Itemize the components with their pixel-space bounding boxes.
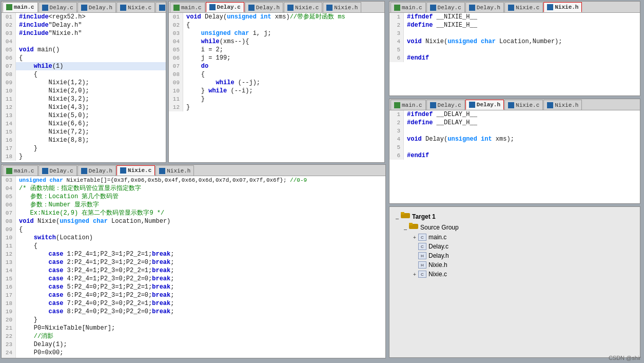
tab-nixie-h-topleft[interactable]: Nixie.h [155,2,166,12]
code-line: 05 i = 2; [169,46,384,54]
source-group-label: Source Group [420,224,459,231]
code-line: 17 case 6:P2_4=0;P2_3=1;P2_2=0;break; [2,291,385,299]
panel-mid-right: main.c Delay.c Delay.h Nixie.c Nixie.h 1… [389,99,640,204]
file-icon [209,4,216,10]
code-line: 06{ [2,54,166,62]
code-line: 07 do [169,62,384,70]
svg-rect-1 [401,212,404,215]
file-icon [81,5,87,11]
target-contents: ⎯ Source Group + C main.c C Delay.c [402,222,636,279]
tab-label: Delay.c [217,4,241,10]
code-line: 09 while (--j); [169,79,384,87]
file-icon [469,5,475,11]
panel-top-right: main.c Delay.c Delay.h Nixie.c Nixie.h 1… [389,1,640,96]
code-line: 08void Nixie(unsigned char Location,Numb… [2,217,385,225]
code-line: 25} [2,357,385,358]
code-line: 20 } [2,316,385,324]
code-line: 16 Nixie(8,8); [2,136,166,144]
file-icon [326,5,333,11]
panel-top-left: main.c Delay.c Delay.h Nixie.c Nixie.h 0… [1,1,166,163]
tab-label: Nixie.h [555,4,578,10]
tab-nixie-h-botleft[interactable]: Nixie.h [155,165,194,176]
file-icon [394,5,400,11]
tab-delay-c-topmid[interactable]: Delay.c [206,2,244,12]
tab-label: Delay.h [477,102,500,108]
tree-file-nixieh[interactable]: H Nixie.h [411,260,636,270]
tab-label: Nixie.c [128,5,151,11]
code-line: 2#define __NIXIE_H__ [389,21,640,29]
tab-delay-h-topmid[interactable]: Delay.h [245,2,283,12]
file-icon [508,102,514,108]
code-line: 15 Nixie(7,2); [2,128,166,136]
code-line: 17 } [2,144,166,152]
tab-label: Delay.c [438,102,461,108]
code-line: 09{ [2,225,385,234]
tab-nixie-h-topright[interactable]: Nixie.h [543,2,582,12]
expand-icon[interactable]: + [411,234,418,241]
code-line: 16 case 5:P2_4=0;P2_3=1;P2_2=1;break; [2,283,385,291]
tab-label: main.c [402,102,422,108]
code-line: 14 Nixie(6,6); [2,120,166,128]
collapse-icon[interactable]: ⎯ [394,213,401,220]
code-line: 07 while(1) [2,62,166,70]
file-label-nixieh: Nixie.h [428,261,447,269]
tree-file-delayc[interactable]: C Delay.c [411,242,636,251]
tab-nixie-h-topmid[interactable]: Nixie.h [323,2,361,12]
tab-delay-c-botleft[interactable]: Delay.c [38,165,77,176]
code-line: 03unsigned char NixieTable[]={0x3f,0x06,… [2,176,385,184]
code-line: 04 [2,37,166,46]
tab-delay-c-topleft[interactable]: Delay.c [38,2,77,12]
tab-main-c-topleft[interactable]: main.c [3,2,38,12]
code-line: 08 { [169,70,384,79]
source-group-icon [409,223,418,232]
tab-label: Delay.h [256,5,280,11]
file-icon [6,4,12,10]
code-line: 06 参数：Number 显示数字 [2,201,385,209]
tree-source-group[interactable]: ⎯ Source Group [402,222,636,233]
file-icon-mainc: C [418,234,426,241]
tab-nixie-c-botleft[interactable]: Nixie.c [116,165,155,176]
tab-main-c-midright[interactable]: main.c [391,100,426,110]
tab-nixie-c-topmid[interactable]: Nixie.c [284,2,322,12]
tab-main-c-botleft[interactable]: main.c [3,165,38,176]
tree-file-mainc[interactable]: + C main.c [411,233,636,242]
watermark: CSDN @shir [609,355,641,361]
tab-label: Delay.c [438,5,461,11]
tab-label: Nixie.c [516,102,539,108]
code-line: 08 { [2,70,166,79]
tree-file-nixiec[interactable]: + C Nixie.c [411,270,636,279]
tab-delay-h-botleft[interactable]: Delay.h [77,165,116,176]
file-icon [394,102,400,108]
tab-delay-h-topright[interactable]: Delay.h [465,2,504,12]
panel-bottom-left: main.c Delay.c Delay.h Nixie.c Nixie.h 0… [1,164,386,358]
code-line: 5 [389,143,640,151]
code-line: 1#ifndef __NIXIE_H__ [389,13,640,21]
code-line: 14 case 3:P2_4=1;P2_3=0;P2_2=1;break; [2,266,385,275]
tab-nixie-h-midright[interactable]: Nixie.h [543,100,582,110]
file-icon [248,5,255,11]
tree-target[interactable]: ⎯ Target 1 [394,211,636,222]
tab-delay-c-midright[interactable]: Delay.c [426,100,465,110]
tab-nixie-c-midright[interactable]: Nixie.c [504,100,543,110]
tab-label: Delay.h [477,5,500,11]
tab-delay-h-midright[interactable]: Delay.h [465,100,504,110]
tab-nixie-c-topleft[interactable]: Nixie.c [116,2,155,12]
expand-icon[interactable]: + [411,271,418,278]
code-line: 11 } [169,95,384,103]
code-line: 10 } while (--i); [169,87,384,95]
tab-main-c-topright[interactable]: main.c [391,2,426,12]
tree-file-delayh[interactable]: H Delay.h [411,251,636,260]
tab-delay-c-topright[interactable]: Delay.c [426,2,465,12]
code-line: 12 Nixie(4,3); [2,103,166,111]
code-line: 12} [169,103,384,111]
tab-nixie-c-topright[interactable]: Nixie.c [504,2,543,12]
file-label-mainc: main.c [428,234,446,241]
file-icon [42,5,48,11]
file-icon-nixieh: H [418,261,426,269]
code-line: 18 case 7:P2_4=0;P2_3=0;P2_2=1;break; [2,299,385,308]
collapse-icon[interactable]: ⎯ [402,224,409,231]
file-label-nixiec: Nixie.c [428,271,447,278]
tab-main-c-topmid[interactable]: main.c [170,2,205,12]
code-line: 6#endif [389,151,640,160]
tab-delay-h-topleft[interactable]: Delay.h [77,2,116,12]
